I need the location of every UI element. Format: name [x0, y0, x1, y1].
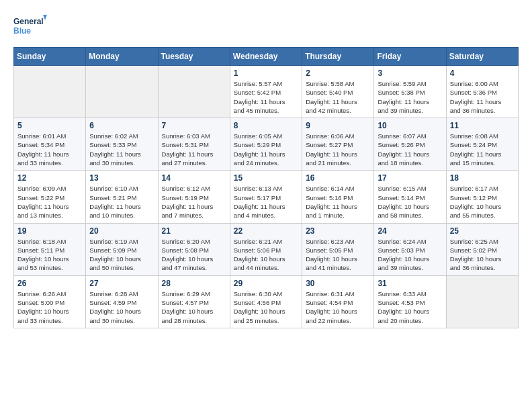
weekday-header-thursday: Thursday [302, 48, 374, 66]
day-number: 7 [162, 121, 226, 130]
day-number: 31 [378, 279, 442, 288]
calendar-cell: 31Sunrise: 6:33 AM Sunset: 4:53 PM Dayli… [374, 275, 446, 328]
logo-svg: General Blue [13, 13, 47, 40]
day-info: Sunrise: 6:10 AM Sunset: 5:21 PM Dayligh… [89, 184, 154, 220]
calendar-cell: 12Sunrise: 6:09 AM Sunset: 5:22 PM Dayli… [14, 171, 86, 223]
calendar-week-row: 5Sunrise: 6:01 AM Sunset: 5:34 PM Daylig… [14, 118, 519, 171]
calendar-cell: 3Sunrise: 5:59 AM Sunset: 5:38 PM Daylig… [374, 66, 446, 118]
day-number: 9 [306, 121, 370, 130]
day-info: Sunrise: 6:33 AM Sunset: 4:53 PM Dayligh… [378, 289, 442, 325]
calendar-cell: 29Sunrise: 6:30 AM Sunset: 4:56 PM Dayli… [230, 275, 302, 328]
day-number: 23 [306, 226, 370, 236]
calendar-cell [14, 66, 86, 118]
calendar-cell [158, 66, 230, 118]
weekday-header-tuesday: Tuesday [158, 48, 230, 66]
weekday-header-wednesday: Wednesday [230, 48, 302, 66]
day-number: 2 [306, 68, 370, 78]
day-number: 17 [378, 173, 442, 183]
calendar-cell: 20Sunrise: 6:19 AM Sunset: 5:09 PM Dayli… [86, 223, 158, 275]
calendar-cell [446, 275, 518, 328]
day-number: 4 [450, 68, 515, 78]
day-number: 13 [89, 173, 154, 183]
day-info: Sunrise: 6:08 AM Sunset: 5:24 PM Dayligh… [450, 132, 515, 167]
weekday-header-saturday: Saturday [446, 48, 518, 66]
calendar-cell: 25Sunrise: 6:25 AM Sunset: 5:02 PM Dayli… [446, 223, 518, 275]
day-info: Sunrise: 6:05 AM Sunset: 5:29 PM Dayligh… [234, 132, 298, 167]
day-info: Sunrise: 6:01 AM Sunset: 5:34 PM Dayligh… [17, 132, 82, 167]
day-number: 29 [234, 279, 298, 288]
calendar-cell: 22Sunrise: 6:21 AM Sunset: 5:06 PM Dayli… [230, 223, 302, 275]
day-number: 20 [89, 226, 154, 236]
day-info: Sunrise: 6:30 AM Sunset: 4:56 PM Dayligh… [234, 289, 298, 325]
logo: General Blue [13, 13, 47, 40]
calendar-week-row: 12Sunrise: 6:09 AM Sunset: 5:22 PM Dayli… [14, 171, 519, 223]
day-number: 10 [378, 121, 442, 130]
calendar-week-row: 26Sunrise: 6:26 AM Sunset: 5:00 PM Dayli… [14, 275, 519, 328]
day-info: Sunrise: 5:59 AM Sunset: 5:38 PM Dayligh… [378, 79, 442, 115]
day-info: Sunrise: 6:23 AM Sunset: 5:05 PM Dayligh… [306, 237, 370, 273]
calendar-cell: 4Sunrise: 6:00 AM Sunset: 5:36 PM Daylig… [446, 66, 518, 118]
day-info: Sunrise: 6:02 AM Sunset: 5:33 PM Dayligh… [89, 132, 154, 167]
calendar-cell: 28Sunrise: 6:29 AM Sunset: 4:57 PM Dayli… [158, 275, 230, 328]
day-number: 5 [17, 121, 82, 130]
calendar-cell: 16Sunrise: 6:14 AM Sunset: 5:16 PM Dayli… [302, 171, 374, 223]
calendar-cell: 23Sunrise: 6:23 AM Sunset: 5:05 PM Dayli… [302, 223, 374, 275]
calendar-table: SundayMondayTuesdayWednesdayThursdayFrid… [13, 47, 519, 328]
calendar-cell: 30Sunrise: 6:31 AM Sunset: 4:54 PM Dayli… [302, 275, 374, 328]
day-info: Sunrise: 6:13 AM Sunset: 5:17 PM Dayligh… [234, 184, 298, 220]
day-info: Sunrise: 6:17 AM Sunset: 5:12 PM Dayligh… [450, 184, 515, 220]
day-info: Sunrise: 6:03 AM Sunset: 5:31 PM Dayligh… [162, 132, 226, 167]
weekday-header-monday: Monday [86, 48, 158, 66]
day-number: 25 [450, 226, 515, 236]
day-number: 18 [450, 173, 515, 183]
day-number: 26 [17, 279, 82, 288]
calendar-cell [86, 66, 158, 118]
calendar-cell: 11Sunrise: 6:08 AM Sunset: 5:24 PM Dayli… [446, 118, 518, 171]
day-info: Sunrise: 6:12 AM Sunset: 5:19 PM Dayligh… [162, 184, 226, 220]
day-info: Sunrise: 6:20 AM Sunset: 5:08 PM Dayligh… [162, 237, 226, 273]
calendar-cell: 21Sunrise: 6:20 AM Sunset: 5:08 PM Dayli… [158, 223, 230, 275]
calendar-cell: 9Sunrise: 6:06 AM Sunset: 5:27 PM Daylig… [302, 118, 374, 171]
calendar-cell: 5Sunrise: 6:01 AM Sunset: 5:34 PM Daylig… [14, 118, 86, 171]
day-info: Sunrise: 5:57 AM Sunset: 5:42 PM Dayligh… [234, 79, 298, 115]
day-number: 1 [234, 68, 298, 78]
calendar-cell: 13Sunrise: 6:10 AM Sunset: 5:21 PM Dayli… [86, 171, 158, 223]
day-info: Sunrise: 6:25 AM Sunset: 5:02 PM Dayligh… [450, 237, 515, 273]
day-number: 6 [89, 121, 154, 130]
day-number: 24 [378, 226, 442, 236]
day-number: 22 [234, 226, 298, 236]
calendar-cell: 2Sunrise: 5:58 AM Sunset: 5:40 PM Daylig… [302, 66, 374, 118]
day-info: Sunrise: 6:09 AM Sunset: 5:22 PM Dayligh… [17, 184, 82, 220]
calendar-body: 1Sunrise: 5:57 AM Sunset: 5:42 PM Daylig… [14, 66, 519, 328]
weekday-header-row: SundayMondayTuesdayWednesdayThursdayFrid… [14, 48, 519, 66]
day-number: 19 [17, 226, 82, 236]
day-info: Sunrise: 6:14 AM Sunset: 5:16 PM Dayligh… [306, 184, 370, 220]
calendar-week-row: 19Sunrise: 6:18 AM Sunset: 5:11 PM Dayli… [14, 223, 519, 275]
day-info: Sunrise: 6:19 AM Sunset: 5:09 PM Dayligh… [89, 237, 154, 273]
day-number: 11 [450, 121, 515, 130]
day-number: 16 [306, 173, 370, 183]
day-number: 8 [234, 121, 298, 130]
svg-text:General: General [13, 17, 44, 26]
page-header: General Blue [13, 13, 519, 40]
day-info: Sunrise: 6:18 AM Sunset: 5:11 PM Dayligh… [17, 237, 82, 273]
day-info: Sunrise: 6:07 AM Sunset: 5:26 PM Dayligh… [378, 132, 442, 167]
calendar-cell: 1Sunrise: 5:57 AM Sunset: 5:42 PM Daylig… [230, 66, 302, 118]
calendar-cell: 19Sunrise: 6:18 AM Sunset: 5:11 PM Dayli… [14, 223, 86, 275]
day-info: Sunrise: 6:21 AM Sunset: 5:06 PM Dayligh… [234, 237, 298, 273]
calendar-cell: 18Sunrise: 6:17 AM Sunset: 5:12 PM Dayli… [446, 171, 518, 223]
calendar-cell: 15Sunrise: 6:13 AM Sunset: 5:17 PM Dayli… [230, 171, 302, 223]
day-number: 27 [89, 279, 154, 288]
calendar-cell: 8Sunrise: 6:05 AM Sunset: 5:29 PM Daylig… [230, 118, 302, 171]
weekday-header-friday: Friday [374, 48, 446, 66]
calendar-cell: 17Sunrise: 6:15 AM Sunset: 5:14 PM Dayli… [374, 171, 446, 223]
calendar-header: SundayMondayTuesdayWednesdayThursdayFrid… [14, 48, 519, 66]
day-info: Sunrise: 6:06 AM Sunset: 5:27 PM Dayligh… [306, 132, 370, 167]
day-number: 14 [162, 173, 226, 183]
calendar-cell: 7Sunrise: 6:03 AM Sunset: 5:31 PM Daylig… [158, 118, 230, 171]
calendar-cell: 14Sunrise: 6:12 AM Sunset: 5:19 PM Dayli… [158, 171, 230, 223]
day-number: 30 [306, 279, 370, 288]
svg-marker-2 [43, 15, 47, 20]
day-info: Sunrise: 5:58 AM Sunset: 5:40 PM Dayligh… [306, 79, 370, 115]
day-info: Sunrise: 6:15 AM Sunset: 5:14 PM Dayligh… [378, 184, 442, 220]
